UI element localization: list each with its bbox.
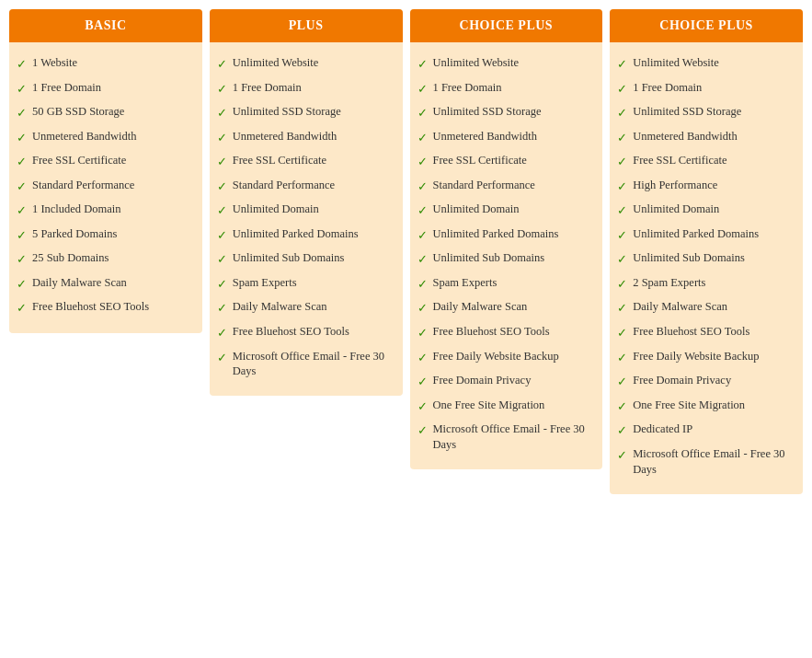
plan-basic: BASIC✓1 Website✓1 Free Domain✓50 GB SSD … — [9, 9, 202, 333]
check-icon: ✓ — [417, 227, 428, 244]
feature-label: Standard Performance — [433, 178, 535, 193]
check-icon: ✓ — [417, 276, 428, 293]
check-icon: ✓ — [417, 300, 428, 317]
list-item: ✓Microsoft Office Email - Free 30 Days — [417, 418, 596, 456]
list-item: ✓Free Domain Privacy — [617, 369, 795, 394]
feature-label: Unlimited Website — [433, 55, 520, 71]
feature-label: One Free Site Migration — [633, 398, 745, 413]
plan-header-plus: PLUS — [210, 9, 403, 42]
list-item: ✓Unlimited Sub Domains — [217, 247, 395, 271]
list-item: ✓Free Domain Privacy — [417, 369, 596, 394]
feature-label: Microsoft Office Email - Free 30 Days — [433, 421, 596, 453]
feature-label: Free Bluehost SEO Tools — [633, 324, 749, 340]
check-icon: ✓ — [617, 81, 627, 98]
list-item: ✓Microsoft Office Email - Free 30 Days — [217, 345, 395, 384]
check-icon: ✓ — [17, 81, 27, 98]
list-item: ✓Spam Experts — [417, 271, 596, 296]
check-icon: ✓ — [617, 251, 627, 268]
list-item: ✓1 Free Domain — [217, 76, 395, 101]
check-icon: ✓ — [617, 374, 627, 390]
feature-label: Unlimited Parked Domains — [233, 226, 359, 242]
feature-label: 50 GB SSD Storage — [32, 104, 124, 120]
list-item: ✓Unlimited Domain — [217, 198, 395, 223]
feature-label: Free Bluehost SEO Tools — [32, 299, 149, 315]
feature-label: Daily Malware Scan — [32, 275, 127, 291]
feature-label: Daily Malware Scan — [233, 299, 327, 315]
feature-label: Unlimited Sub Domains — [633, 250, 745, 266]
check-icon: ✓ — [17, 154, 27, 170]
list-item: ✓Spam Experts — [217, 271, 395, 296]
check-icon: ✓ — [417, 81, 428, 98]
plan-features-choice-plus: ✓Unlimited Website✓1 Free Domain✓Unlimit… — [410, 42, 603, 469]
list-item: ✓High Performance — [617, 174, 795, 199]
list-item: ✓25 Sub Domains — [17, 247, 195, 271]
plan-choice-plus: CHOICE PLUS✓Unlimited Website✓1 Free Dom… — [410, 9, 603, 469]
list-item: ✓Unlimited SSD Storage — [417, 100, 596, 125]
feature-label: 2 Spam Experts — [633, 275, 705, 291]
check-icon: ✓ — [617, 447, 627, 464]
list-item: ✓Free Bluehost SEO Tools — [617, 320, 795, 345]
list-item: ✓Free SSL Certificate — [417, 149, 596, 174]
feature-label: 1 Free Domain — [433, 80, 502, 96]
check-icon: ✓ — [417, 202, 428, 219]
feature-label: Free Bluehost SEO Tools — [233, 324, 349, 340]
list-item: ✓Standard Performance — [217, 174, 395, 199]
feature-label: 5 Parked Domains — [32, 226, 117, 242]
list-item: ✓50 GB SSD Storage — [17, 100, 195, 125]
list-item: ✓Unmetered Bandwidth — [17, 125, 195, 150]
check-icon: ✓ — [217, 227, 227, 244]
plan-features-choice-plus-2: ✓Unlimited Website✓1 Free Domain✓Unlimit… — [610, 42, 803, 494]
check-icon: ✓ — [417, 130, 428, 146]
check-icon: ✓ — [217, 325, 227, 341]
list-item: ✓Unlimited SSD Storage — [617, 100, 795, 125]
plan-header-basic: BASIC — [9, 9, 202, 42]
feature-label: Unlimited Domain — [233, 202, 319, 217]
check-icon: ✓ — [617, 227, 627, 244]
feature-label: Free Daily Website Backup — [633, 349, 759, 364]
feature-label: Unmetered Bandwidth — [32, 129, 137, 144]
list-item: ✓Unmetered Bandwidth — [617, 125, 795, 150]
list-item: ✓Standard Performance — [417, 174, 596, 199]
list-item: ✓1 Website — [17, 52, 195, 76]
check-icon: ✓ — [617, 350, 627, 366]
list-item: ✓Microsoft Office Email - Free 30 Days — [617, 443, 795, 481]
feature-label: Unlimited Domain — [433, 202, 520, 217]
check-icon: ✓ — [217, 251, 227, 268]
check-icon: ✓ — [17, 227, 27, 244]
list-item: ✓Unmetered Bandwidth — [417, 125, 596, 150]
check-icon: ✓ — [217, 105, 227, 121]
feature-label: Unlimited SSD Storage — [233, 104, 341, 120]
plan-features-plus: ✓Unlimited Website✓1 Free Domain✓Unlimit… — [210, 42, 403, 396]
feature-label: Daily Malware Scan — [633, 299, 727, 315]
plan-header-choice-plus: CHOICE PLUS — [410, 9, 603, 42]
list-item: ✓1 Included Domain — [17, 198, 195, 223]
check-icon: ✓ — [17, 202, 27, 219]
feature-label: Free SSL Certificate — [233, 153, 326, 168]
list-item: ✓One Free Site Migration — [617, 394, 795, 419]
check-icon: ✓ — [217, 81, 227, 98]
feature-label: Dedicated IP — [633, 421, 692, 437]
check-icon: ✓ — [217, 56, 227, 73]
feature-label: Unmetered Bandwidth — [233, 129, 337, 144]
check-icon: ✓ — [617, 276, 627, 293]
check-icon: ✓ — [17, 56, 27, 73]
list-item: ✓Unlimited Domain — [617, 198, 795, 223]
feature-label: Free Daily Website Backup — [433, 349, 559, 364]
feature-label: 1 Included Domain — [32, 202, 121, 217]
check-icon: ✓ — [617, 398, 627, 415]
list-item: ✓Unlimited Sub Domains — [617, 247, 795, 271]
plan-plus: PLUS✓Unlimited Website✓1 Free Domain✓Unl… — [210, 9, 403, 396]
check-icon: ✓ — [217, 202, 227, 219]
list-item: ✓Daily Malware Scan — [17, 271, 195, 296]
list-item: ✓Free SSL Certificate — [217, 149, 395, 174]
list-item: ✓Unlimited Sub Domains — [417, 247, 596, 271]
plan-header-choice-plus-2: CHOICE PLUS — [610, 9, 803, 42]
check-icon: ✓ — [617, 179, 627, 195]
check-icon: ✓ — [217, 300, 227, 317]
check-icon: ✓ — [417, 251, 428, 268]
check-icon: ✓ — [617, 130, 627, 146]
check-icon: ✓ — [217, 179, 227, 195]
feature-label: Daily Malware Scan — [433, 299, 528, 315]
list-item: ✓Free SSL Certificate — [617, 149, 795, 174]
plan-choice-plus-2: CHOICE PLUS✓Unlimited Website✓1 Free Dom… — [610, 9, 803, 494]
